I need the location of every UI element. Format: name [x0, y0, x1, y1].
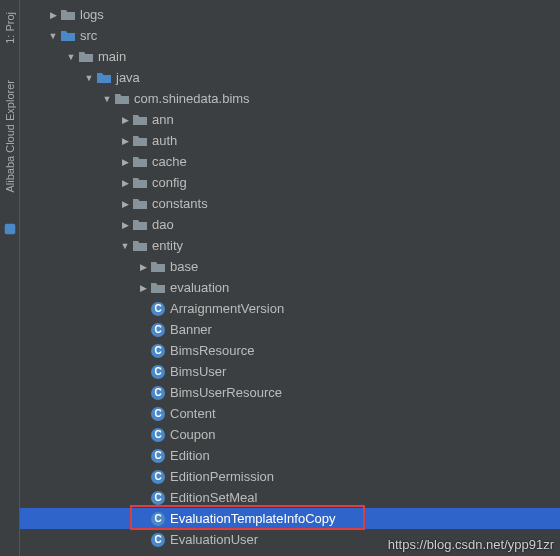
tree-row[interactable]: ▼java [20, 67, 560, 88]
tree-item-label: logs [80, 7, 112, 22]
tree-item-label: BimsUser [170, 364, 234, 379]
class-icon: C [150, 511, 166, 527]
tree-row[interactable]: ▶config [20, 172, 560, 193]
tree-item-label: cache [152, 154, 195, 169]
chevron-down-icon[interactable]: ▼ [100, 94, 114, 104]
tree-row[interactable]: ▶auth [20, 130, 560, 151]
chevron-right-icon[interactable]: ▶ [118, 157, 132, 167]
tree-row[interactable]: CEdition [20, 445, 560, 466]
tree-row[interactable]: ▶base [20, 256, 560, 277]
chevron-right-icon[interactable]: ▶ [136, 262, 150, 272]
tree-row[interactable]: ▶logs [20, 4, 560, 25]
tree-row[interactable]: CArraignmentVersion [20, 298, 560, 319]
chevron-right-icon[interactable]: ▶ [118, 199, 132, 209]
chevron-right-icon[interactable]: ▶ [46, 10, 60, 20]
tree-row[interactable]: ▶ann [20, 109, 560, 130]
folder-icon [132, 175, 148, 191]
class-icon: C [150, 490, 166, 506]
folder-icon [132, 196, 148, 212]
folder-icon [132, 154, 148, 170]
tree-row[interactable]: ▶constants [20, 193, 560, 214]
folder-icon [78, 49, 94, 65]
folder-icon [132, 238, 148, 254]
tree-row[interactable]: CEvaluationTemplateInfoCopy [20, 508, 560, 529]
cloud-service-icon[interactable] [3, 222, 17, 236]
class-icon: C [150, 469, 166, 485]
tree-item-label: com.shinedata.bims [134, 91, 258, 106]
svg-rect-0 [4, 224, 15, 235]
tree-row[interactable]: CContent [20, 403, 560, 424]
tree-item-label: EditionSetMeal [170, 490, 265, 505]
chevron-right-icon[interactable]: ▶ [118, 115, 132, 125]
tree-row[interactable]: ▼com.shinedata.bims [20, 88, 560, 109]
chevron-down-icon[interactable]: ▼ [46, 31, 60, 41]
tree-item-label: EvaluationUser [170, 532, 266, 547]
tree-row[interactable]: CCoupon [20, 424, 560, 445]
tree-item-label: auth [152, 133, 185, 148]
class-icon: C [150, 385, 166, 401]
chevron-down-icon[interactable]: ▼ [118, 241, 132, 251]
tree-row[interactable]: CBimsResource [20, 340, 560, 361]
tree-row[interactable]: ▶dao [20, 214, 560, 235]
tree-item-label: constants [152, 196, 216, 211]
folder-icon [60, 28, 76, 44]
class-icon: C [150, 343, 166, 359]
tree-item-label: entity [152, 238, 191, 253]
tree-item-label: EditionPermission [170, 469, 282, 484]
tree-item-label: EvaluationTemplateInfoCopy [170, 511, 344, 526]
folder-icon [60, 7, 76, 23]
chevron-right-icon[interactable]: ▶ [118, 178, 132, 188]
folder-icon [132, 217, 148, 233]
tree-row[interactable]: ▼main [20, 46, 560, 67]
tree-item-label: Banner [170, 322, 220, 337]
folder-icon [132, 133, 148, 149]
class-icon: C [150, 448, 166, 464]
tree-item-label: evaluation [170, 280, 237, 295]
watermark-text: https://blog.csdn.net/ypp91zr [388, 537, 554, 552]
tree-item-label: BimsUserResource [170, 385, 290, 400]
tree-row[interactable]: CBanner [20, 319, 560, 340]
chevron-down-icon[interactable]: ▼ [64, 52, 78, 62]
tool-window-gutter: 1: Proj Alibaba Cloud Explorer [0, 0, 20, 556]
folder-icon [150, 259, 166, 275]
chevron-right-icon[interactable]: ▶ [118, 220, 132, 230]
project-tool-tab[interactable]: 1: Proj [4, 6, 16, 50]
tree-item-label: config [152, 175, 195, 190]
tree-row[interactable]: ▶evaluation [20, 277, 560, 298]
tree-row[interactable]: CEditionPermission [20, 466, 560, 487]
class-icon: C [150, 406, 166, 422]
tree-item-label: src [80, 28, 105, 43]
tree-item-label: ArraignmentVersion [170, 301, 292, 316]
folder-icon [96, 70, 112, 86]
tree-row[interactable]: CBimsUser [20, 361, 560, 382]
tree-row[interactable]: CBimsUserResource [20, 382, 560, 403]
folder-icon [150, 280, 166, 296]
class-icon: C [150, 427, 166, 443]
tree-item-label: java [116, 70, 148, 85]
tree-item-label: Content [170, 406, 224, 421]
class-icon: C [150, 322, 166, 338]
class-icon: C [150, 364, 166, 380]
tree-row[interactable]: ▼src [20, 25, 560, 46]
chevron-right-icon[interactable]: ▶ [118, 136, 132, 146]
chevron-right-icon[interactable]: ▶ [136, 283, 150, 293]
project-tree[interactable]: ▶logs▼src▼main▼java▼com.shinedata.bims▶a… [20, 0, 560, 556]
tree-item-label: dao [152, 217, 182, 232]
tree-row[interactable]: ▼entity [20, 235, 560, 256]
chevron-down-icon[interactable]: ▼ [82, 73, 96, 83]
tree-item-label: base [170, 259, 206, 274]
class-icon: C [150, 532, 166, 548]
tree-item-label: BimsResource [170, 343, 263, 358]
class-icon: C [150, 301, 166, 317]
folder-icon [132, 112, 148, 128]
alibaba-cloud-explorer-tab[interactable]: Alibaba Cloud Explorer [4, 74, 16, 199]
tree-item-label: Edition [170, 448, 218, 463]
tree-item-label: Coupon [170, 427, 224, 442]
tree-item-label: ann [152, 112, 182, 127]
tree-item-label: main [98, 49, 134, 64]
tree-row[interactable]: ▶cache [20, 151, 560, 172]
tree-row[interactable]: CEditionSetMeal [20, 487, 560, 508]
folder-icon [114, 91, 130, 107]
